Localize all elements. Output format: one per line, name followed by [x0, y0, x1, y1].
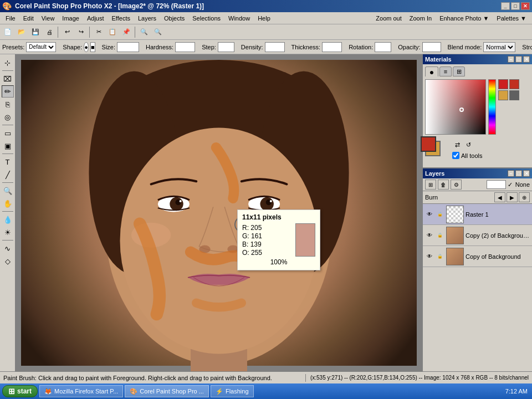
- close-button[interactable]: ✕: [521, 2, 530, 10]
- new-button[interactable]: 📄: [1, 26, 14, 38]
- blend-mode-select[interactable]: Normal: [483, 42, 515, 52]
- layer-item[interactable]: 👁 🔒 Raster 1: [423, 204, 532, 225]
- menu-window[interactable]: Window: [225, 14, 253, 23]
- eraser-tool[interactable]: ▭: [2, 127, 14, 139]
- layer-settings-button[interactable]: ⚙: [451, 180, 462, 190]
- zoom-in-button[interactable]: Zoom In: [406, 14, 435, 23]
- gradient-tab[interactable]: ≡: [439, 66, 452, 76]
- smudge-tool[interactable]: ∿: [2, 242, 14, 254]
- crop-tool[interactable]: ⌧: [2, 73, 14, 85]
- zoom-out-tb[interactable]: 🔍: [137, 26, 151, 38]
- menu-selections[interactable]: Selections: [189, 14, 224, 23]
- paste-button[interactable]: 📌: [120, 26, 133, 38]
- layer-prev-btn[interactable]: ◀: [494, 192, 505, 202]
- reset-colors-button[interactable]: ↺: [463, 140, 473, 150]
- zoom-tool[interactable]: 🔍: [2, 185, 14, 197]
- menu-image[interactable]: Image: [59, 14, 83, 23]
- rotation-input[interactable]: 0: [375, 42, 391, 52]
- opacity-input[interactable]: 52: [422, 42, 441, 52]
- layers-minimize[interactable]: −: [508, 170, 514, 177]
- layer-item[interactable]: 👁 🔒 Copy (2) of Background: [423, 225, 532, 246]
- enhance-photo-button[interactable]: Enhance Photo ▼: [436, 14, 492, 23]
- layer-visibility-toggle[interactable]: 👁: [425, 231, 434, 240]
- menu-adjust[interactable]: Adjust: [84, 14, 108, 23]
- dodge-burn-tool[interactable]: ☀: [2, 226, 14, 238]
- layer-lock-toggle[interactable]: 🔒: [436, 231, 444, 240]
- menu-edit[interactable]: Edit: [20, 14, 37, 23]
- foreground-color-box[interactable]: [421, 136, 436, 152]
- layers-close[interactable]: ✕: [523, 170, 530, 177]
- layer-item[interactable]: 👁 🔒 Copy of Background: [423, 246, 532, 267]
- color-gradient[interactable]: [425, 79, 486, 135]
- menu-effects[interactable]: Effects: [109, 14, 134, 23]
- menu-layers[interactable]: Layers: [135, 14, 160, 23]
- layers-title: Layers: [425, 170, 444, 177]
- select-tool[interactable]: ⊹: [2, 57, 14, 69]
- layer-visibility-toggle[interactable]: 👁: [425, 252, 434, 261]
- pattern-tab[interactable]: ⊞: [453, 66, 465, 76]
- taskbar-paintshop[interactable]: 🎨 Corel Paint Shop Pro ...: [125, 385, 209, 397]
- copy-button[interactable]: 📋: [106, 26, 119, 38]
- paint-brush-tool[interactable]: ✏: [2, 85, 14, 98]
- swatch-fg[interactable]: [509, 79, 519, 89]
- taskbar-flashing[interactable]: ⚡ Flashing: [211, 385, 254, 397]
- zoom-out-button[interactable]: Zoom out: [372, 14, 405, 23]
- sharpen-tool[interactable]: ◇: [2, 255, 14, 267]
- menu-objects[interactable]: Objects: [161, 14, 188, 23]
- hardness-input[interactable]: 100: [175, 42, 195, 52]
- start-button[interactable]: ⊞ start: [2, 385, 38, 397]
- shape-circle[interactable]: ●: [84, 42, 89, 52]
- menu-view[interactable]: View: [38, 14, 58, 23]
- clone-tool[interactable]: ⎘: [2, 98, 14, 110]
- redo-button[interactable]: ↪: [74, 26, 88, 38]
- layer-opacity-input[interactable]: 100: [487, 180, 506, 189]
- retouch-tool[interactable]: ◎: [2, 111, 14, 123]
- color-tab[interactable]: ●: [425, 66, 438, 76]
- all-tools-checkbox[interactable]: [452, 152, 459, 159]
- delete-layer-button[interactable]: 🗑: [438, 180, 449, 190]
- taskbar-firefox[interactable]: 🦊 Mozilla Firefox Start P...: [39, 385, 123, 397]
- layer-visibility-toggle[interactable]: 👁: [425, 210, 434, 219]
- print-button[interactable]: 🖨: [43, 26, 56, 38]
- save-button[interactable]: 💾: [29, 26, 42, 38]
- cut-button[interactable]: ✂: [92, 26, 105, 38]
- layer-next-btn[interactable]: ▶: [507, 192, 518, 202]
- layers-float[interactable]: □: [515, 170, 522, 177]
- left-toolbar: ⊹ ⌧ ✏ ⎘ ◎ ▭ ▣ T ╱ 🔍 ✋ 💧 ☀ ∿ ◇: [0, 54, 16, 371]
- undo-button[interactable]: ↩: [60, 26, 74, 38]
- swatch-red[interactable]: [498, 79, 508, 89]
- materials-close[interactable]: ✕: [523, 56, 530, 63]
- shape-square[interactable]: ■: [90, 42, 95, 52]
- menu-file[interactable]: File: [2, 14, 19, 23]
- menu-help[interactable]: Help: [254, 14, 274, 23]
- swatch-dark[interactable]: [509, 90, 519, 100]
- swatch-bg[interactable]: [498, 90, 508, 100]
- materials-panel: Materials − □ ✕ ● ≡ ⊞: [423, 54, 532, 168]
- layer-lock-toggle[interactable]: 🔒: [436, 252, 444, 261]
- canvas-area[interactable]: ↗ 11x11 pixels R: 205 G: 161 B: 139 O: 2…: [16, 54, 422, 371]
- density-input[interactable]: 100: [265, 42, 285, 52]
- size-input[interactable]: 175: [117, 42, 139, 52]
- minimize-button[interactable]: _: [501, 2, 510, 10]
- color-cursor[interactable]: [459, 108, 464, 112]
- palettes-button[interactable]: Palettes ▼: [493, 14, 530, 23]
- text-tool[interactable]: T: [2, 156, 14, 168]
- new-layer-button[interactable]: ⊞: [425, 180, 436, 190]
- presets-dropdown[interactable]: Default: [26, 42, 56, 52]
- open-button[interactable]: 📂: [15, 26, 28, 38]
- layers-toolbar: ⊞ 🗑 ⚙ 100 ✓ None: [423, 178, 532, 191]
- zoom-in-tb[interactable]: 🔍: [151, 26, 165, 38]
- draw-tool[interactable]: ╱: [2, 168, 14, 181]
- layer-merge-btn[interactable]: ⊕: [519, 192, 530, 202]
- layer-lock-toggle[interactable]: 🔒: [436, 210, 444, 219]
- swap-colors-button[interactable]: ⇄: [452, 140, 462, 150]
- color-picker-tool[interactable]: 💧: [2, 213, 14, 226]
- pan-tool[interactable]: ✋: [2, 197, 14, 209]
- thickness-input[interactable]: 100: [322, 42, 342, 52]
- step-input[interactable]: 10: [218, 42, 234, 52]
- hue-slider[interactable]: [488, 79, 496, 135]
- materials-float[interactable]: □: [515, 56, 522, 63]
- fill-tool[interactable]: ▣: [2, 140, 14, 152]
- restore-button[interactable]: □: [511, 2, 520, 10]
- materials-minimize[interactable]: −: [508, 56, 514, 63]
